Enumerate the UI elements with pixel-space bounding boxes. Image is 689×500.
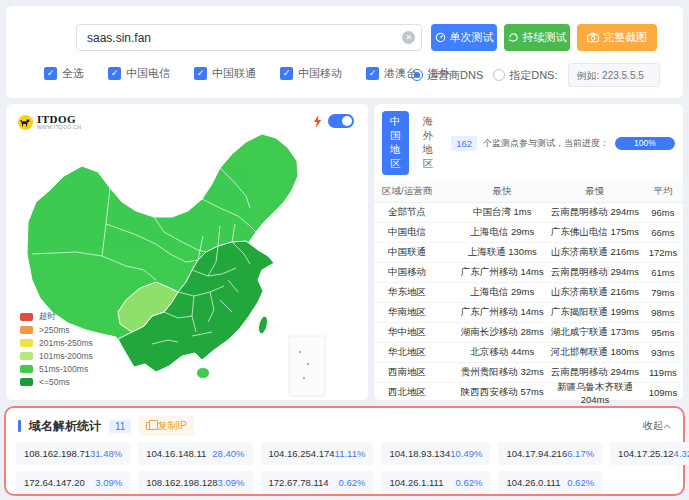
ip-percentage: 3.09% xyxy=(95,477,122,488)
ip-percentage: 6.17% xyxy=(567,448,594,459)
clear-input-icon[interactable]: ✕ xyxy=(402,31,415,44)
ip-chip[interactable]: 104.26.1.111 0.62% xyxy=(381,471,490,494)
carrier-checkbox[interactable]: ✓ 全选 xyxy=(44,66,84,81)
legend-item: 51ms-100ms xyxy=(20,362,93,375)
cell-fastest: 中国台湾 1ms xyxy=(457,206,547,219)
cell-average: 98ms xyxy=(643,307,683,318)
dns-stats-title: 域名解析统计 xyxy=(29,418,101,435)
logo-text: ITDOG xyxy=(37,114,82,124)
ip-chip[interactable]: 104.16.254.174 11.11% xyxy=(261,442,374,465)
copy-ip-button[interactable]: 复制IP xyxy=(139,416,193,436)
full-screenshot-button[interactable]: 完整截图 xyxy=(577,24,657,51)
ip-percentage: 0.62% xyxy=(567,477,594,488)
cell-fastest: 广东广州移动 14ms xyxy=(457,306,547,319)
col-slowest: 最慢 xyxy=(547,185,643,198)
carrier-dns-label: 运营商DNS xyxy=(427,68,483,83)
cell-region: 中国联通 xyxy=(374,246,457,259)
custom-dns-input[interactable] xyxy=(568,63,660,87)
table-row[interactable]: 中国电信 上海电信 29ms 广东佛山电信 175ms 66ms xyxy=(374,223,683,243)
tab-china-region[interactable]: 中国地区 xyxy=(382,111,409,175)
custom-dns-radio[interactable]: 指定DNS: xyxy=(493,68,557,83)
ip-chip[interactable]: 104.26.0.111 0.62% xyxy=(498,471,602,494)
tab-overseas-region[interactable]: 海外地区 xyxy=(415,111,442,175)
cell-slowest: 云南昆明移动 294ms xyxy=(547,206,643,219)
legend-label: 101ms-200ms xyxy=(39,351,93,361)
cell-fastest: 北京移动 44ms xyxy=(457,346,547,359)
single-test-button[interactable]: 单次测试 xyxy=(431,24,497,51)
table-row[interactable]: 华东地区 上海电信 29ms 山东济南联通 216ms 79ms xyxy=(374,283,683,303)
cell-slowest: 河北邯郸联通 180ms xyxy=(547,346,643,359)
carrier-checkbox[interactable]: ✓ 中国联通 xyxy=(194,66,256,81)
cell-fastest: 广东广州移动 14ms xyxy=(457,266,547,279)
checkbox-checked-icon: ✓ xyxy=(44,67,57,80)
table-row[interactable]: 华南地区 广东广州移动 14ms 广东揭阳联通 199ms 98ms xyxy=(374,303,683,323)
legend-label: <=50ms xyxy=(39,377,70,387)
ip-chip[interactable]: 172.67.78.114 0.62% xyxy=(261,471,374,494)
legend-item: 201ms-250ms xyxy=(20,336,93,349)
ip-chip[interactable]: 104.16.148.11 28.40% xyxy=(138,442,252,465)
custom-dns-label: 指定DNS: xyxy=(509,68,557,83)
host-input[interactable] xyxy=(76,24,422,51)
table-row[interactable]: 中国联通 上海联通 130ms 山东济南联通 216ms 172ms xyxy=(374,243,683,263)
legend-label: 51ms-100ms xyxy=(39,364,88,374)
legend-label: 201ms-250ms xyxy=(39,338,93,348)
legend-item: 101ms-200ms xyxy=(20,349,93,362)
ip-address: 108.162.198.128 xyxy=(146,477,217,488)
ip-address: 108.162.198.71 xyxy=(24,448,90,459)
legend-swatch xyxy=(20,352,33,360)
cell-average: 119ms xyxy=(643,367,683,378)
continuous-test-label: 持续测试 xyxy=(523,30,567,45)
carrier-checkbox[interactable]: ✓ 中国电信 xyxy=(108,66,170,81)
ip-percentage: 28.40% xyxy=(212,448,244,459)
results-header: 中国地区 海外地区 162 个监测点参与测试，当前进度： 100% xyxy=(374,104,683,181)
ip-address: 172.67.78.114 xyxy=(269,477,329,488)
table-row[interactable]: 华北地区 北京移动 44ms 河北邯郸联通 180ms 93ms xyxy=(374,343,683,363)
cell-average: 93ms xyxy=(643,347,683,358)
ip-chip[interactable]: 104.17.25.12 4.32% xyxy=(610,442,689,465)
camera-icon xyxy=(587,32,599,43)
checkbox-label: 中国移动 xyxy=(298,66,342,81)
checkbox-label: 全选 xyxy=(62,66,84,81)
carrier-dns-radio[interactable]: 运营商DNS xyxy=(411,68,483,83)
table-row[interactable]: 中国移动 广东广州移动 14ms 云南昆明移动 294ms 61ms xyxy=(374,263,683,283)
legend-swatch xyxy=(20,378,33,386)
map-tools xyxy=(313,114,354,128)
table-row[interactable]: 全部节点 中国台湾 1ms 云南昆明移动 294ms 96ms xyxy=(374,203,683,223)
progress-label: 个监测点参与测试，当前进度： xyxy=(483,137,609,150)
chevron-up-icon xyxy=(664,424,671,431)
collapse-control[interactable]: 收起 xyxy=(643,419,671,433)
cell-slowest: 云南昆明移动 294ms xyxy=(547,266,643,279)
cell-region: 华中地区 xyxy=(374,326,457,339)
ip-chip[interactable]: 104.17.94.216 6.17% xyxy=(498,442,602,465)
carrier-checkbox[interactable]: ✓ 中国移动 xyxy=(280,66,342,81)
cell-slowest: 广东佛山电信 175ms xyxy=(547,226,643,239)
map-speed-toggle[interactable] xyxy=(328,114,354,128)
ip-percentage: 4.32% xyxy=(674,448,689,459)
south-china-sea-inset xyxy=(289,336,325,396)
ip-chip[interactable]: 108.162.198.71 31.48% xyxy=(16,442,130,465)
ip-chip-grid: 108.162.198.71 31.48% 104.16.148.11 28.4… xyxy=(6,440,683,496)
toolbar-card: ✕ 单次测试 持续测试 完整截图 ✓ 全选 ✓ 中国电信 ✓ 中国联通 xyxy=(6,6,683,98)
ip-address: 104.26.1.111 xyxy=(389,477,443,488)
ip-chip[interactable]: 172.64.147.20 3.09% xyxy=(16,471,130,494)
taiwan-shape xyxy=(257,315,269,334)
table-header-row: 区域/运营商 最快 最慢 平均 xyxy=(374,181,683,203)
col-region: 区域/运营商 xyxy=(374,185,457,198)
loop-icon xyxy=(508,32,519,43)
cell-slowest: 新疆乌鲁木齐联通 204ms xyxy=(547,381,643,405)
logo-subtext: WWW.ITDOG.CN xyxy=(37,124,82,130)
checkbox-checked-icon: ✓ xyxy=(108,67,121,80)
cell-region: 华东地区 xyxy=(374,286,457,299)
table-row[interactable]: 西北地区 陕西西安移动 57ms 新疆乌鲁木齐联通 204ms 109ms xyxy=(374,383,683,403)
ip-chip[interactable]: 104.18.93.134 10.49% xyxy=(381,442,490,465)
itdog-logo: ITDOG WWW.ITDOG.CN xyxy=(18,114,82,130)
cell-average: 172ms xyxy=(643,247,683,258)
table-row[interactable]: 华中地区 湖南长沙移动 28ms 湖北咸宁联通 173ms 95ms xyxy=(374,323,683,343)
continuous-test-button[interactable]: 持续测试 xyxy=(504,24,570,51)
ip-chip[interactable]: 108.162.198.128 3.09% xyxy=(138,471,252,494)
cell-region: 中国移动 xyxy=(374,266,457,279)
cell-average: 96ms xyxy=(643,207,683,218)
cell-fastest: 湖南长沙移动 28ms xyxy=(457,326,547,339)
radio-selected-icon xyxy=(411,69,423,81)
dog-logo-icon xyxy=(18,115,33,130)
